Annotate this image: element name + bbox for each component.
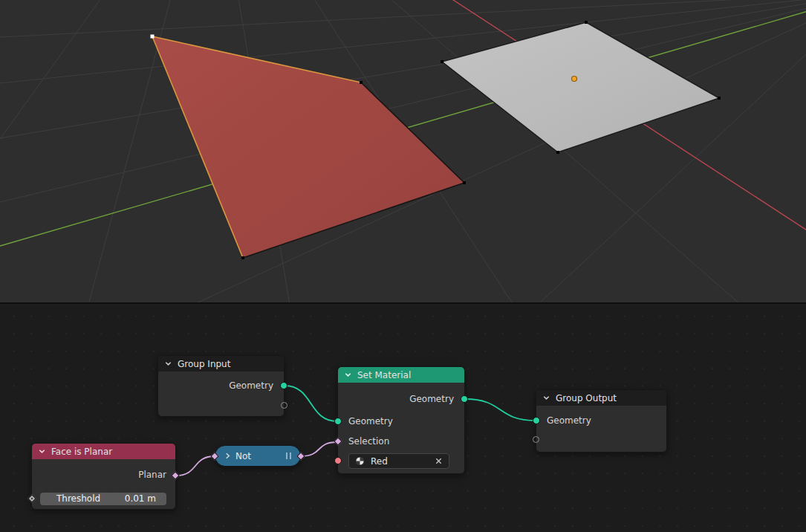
vertex[interactable] <box>585 21 588 24</box>
node-not[interactable]: Not <box>215 445 301 467</box>
wire-setmaterial-to-groupoutput[interactable] <box>465 399 536 421</box>
socket-virtual-input[interactable] <box>533 436 539 443</box>
vertex[interactable] <box>718 97 721 100</box>
chevron-down-icon[interactable] <box>344 371 352 379</box>
threshold-label: Threshold <box>56 493 100 505</box>
node-face-is-planar-header[interactable]: Face is Planar <box>32 444 175 459</box>
node-title: Group Output <box>556 393 617 403</box>
chevron-down-icon[interactable] <box>164 360 172 368</box>
output-geometry-label: Geometry <box>338 392 464 406</box>
material-name: Red <box>371 456 388 467</box>
output-planar-label: Planar <box>32 467 175 482</box>
node-group-input-header[interactable]: Group Input <box>158 356 284 372</box>
material-select-field[interactable]: Red <box>348 453 449 469</box>
chevron-down-icon[interactable] <box>542 394 550 402</box>
node-set-material[interactable]: Set Material Geometry Geometry Selection… <box>337 366 465 474</box>
3d-viewport[interactable] <box>0 0 806 302</box>
node-group-output-header[interactable]: Group Output <box>536 390 666 406</box>
node-title: Group Input <box>178 359 230 369</box>
socket-geometry-input[interactable] <box>533 417 540 424</box>
socket-geometry-output[interactable] <box>280 382 287 389</box>
vertex[interactable] <box>556 151 559 154</box>
collapsed-sockets-indicator <box>286 452 291 459</box>
node-title: Face is Planar <box>51 447 112 457</box>
node-set-material-header[interactable]: Set Material <box>338 367 464 383</box>
input-geometry-label: Geometry <box>338 414 464 429</box>
object-origin <box>572 77 577 82</box>
node-group-input[interactable]: Group Input Geometry <box>157 355 285 417</box>
active-vertex[interactable] <box>151 35 155 39</box>
chevron-down-icon[interactable] <box>38 447 46 455</box>
wire-groupinput-to-setmaterial[interactable] <box>285 386 337 421</box>
node-title: Not <box>235 451 251 461</box>
node-editor[interactable]: Group Input Geometry Set Material Geomet… <box>0 304 806 532</box>
output-geometry-label: Geometry <box>158 378 284 393</box>
input-geometry-label: Geometry <box>536 413 666 428</box>
socket-geometry-output[interactable] <box>461 395 468 403</box>
blender-window: Group Input Geometry Set Material Geomet… <box>0 0 806 532</box>
threshold-field[interactable]: Threshold 0.01 m <box>40 493 166 505</box>
vertex[interactable] <box>241 256 244 259</box>
socket-material-input[interactable] <box>334 457 342 464</box>
socket-geometry-input[interactable] <box>334 418 342 425</box>
vertex[interactable] <box>360 81 363 84</box>
socket-virtual-output[interactable] <box>281 402 287 409</box>
threshold-value: 0.01 m <box>125 493 156 505</box>
clear-material-icon[interactable] <box>435 457 443 465</box>
vertex[interactable] <box>441 60 443 63</box>
node-title: Set Material <box>357 370 411 380</box>
node-group-output[interactable]: Group Output Geometry <box>536 389 667 452</box>
chevron-right-icon[interactable] <box>224 452 231 459</box>
input-selection-label: Selection <box>338 434 464 449</box>
vertex[interactable] <box>463 181 466 184</box>
wire-planar-to-not[interactable] <box>176 456 215 476</box>
node-face-is-planar[interactable]: Face is Planar Planar Threshold 0.01 m <box>31 443 176 510</box>
wire-not-to-selection[interactable] <box>301 442 337 456</box>
material-sphere-icon <box>355 456 365 466</box>
